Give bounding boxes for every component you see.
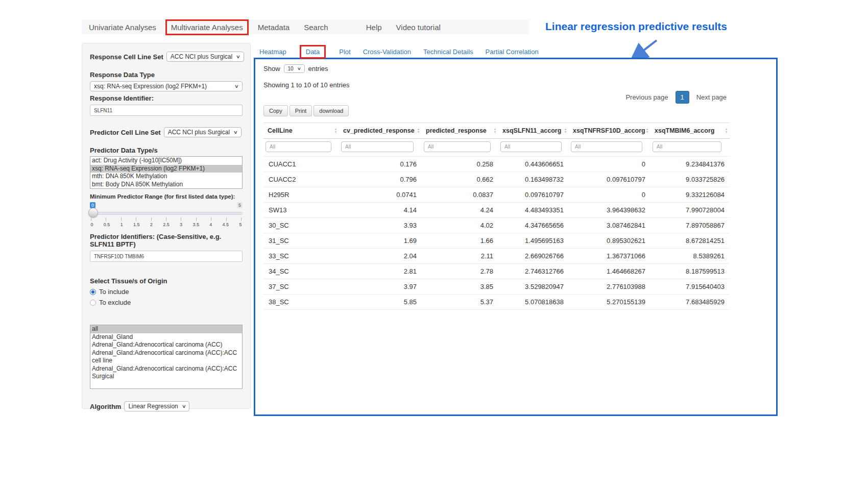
cell-cv-predicted-response: 0.0741 [339, 187, 422, 203]
chevron-down-icon: ∨ [297, 66, 301, 71]
slider-track[interactable] [90, 212, 243, 215]
page-number-button[interactable]: 1 [676, 91, 689, 104]
predictor-cell-line-set-select[interactable]: ACC NCI plus Surgical ∨ [164, 127, 242, 137]
filter-input-cv-predicted-response[interactable] [341, 141, 414, 152]
predictor-identifiers-input[interactable] [90, 251, 243, 262]
slider-grid-labels: 00.511.522.533.544.55 [86, 222, 247, 227]
table-copy-button[interactable]: Copy [263, 105, 288, 116]
nav-item-metadata[interactable]: Metadata [251, 23, 297, 32]
slider-grid-tick [211, 217, 211, 221]
sort-icon[interactable]: ▲▼ [725, 128, 728, 133]
filter-input-xsqslfn11-accorg[interactable] [500, 141, 562, 152]
filter-input-cellline[interactable] [266, 141, 331, 152]
annotation-title: Linear regression predictive results [545, 20, 775, 33]
select-value: 10 [288, 66, 294, 71]
nav-item-univariate-analyses[interactable]: Univariate Analyses [82, 23, 163, 32]
radio-button-icon [90, 289, 96, 295]
cell-xsqslfn11-accorg: 5.070818638 [498, 295, 569, 310]
column-header-label: cv_predicted_response [343, 127, 415, 134]
column-header-xsqtmbim6-accorg[interactable]: xsqTMBIM6_accorg▲▼ [650, 123, 730, 139]
slider-grid-tick [106, 217, 106, 221]
tab-heatmap[interactable]: Heatmap [259, 48, 286, 56]
predictor-datatype-option-act[interactable]: act: Drug Activity (-log10[IC50M]) [90, 157, 242, 165]
predictor-data-type-label: Predictor Data Type/s [90, 147, 243, 154]
nav-item-help[interactable]: Help [359, 23, 389, 32]
cell-predicted-response: 0.0837 [422, 187, 498, 203]
column-header-cv-predicted-response[interactable]: cv_predicted_response▲▼ [339, 123, 422, 139]
cell-xsqtnfrsf10d-accorg: 0.895302621 [569, 233, 650, 249]
tab-partial-correlation[interactable]: Partial Correlation [486, 48, 539, 56]
predictor-datatype-option-bmt[interactable]: bmt: Body DNA 850K Methylation [90, 181, 242, 189]
slider-grid-label: 2.5 [160, 222, 172, 227]
min-predictor-range-slider[interactable]: 0 5 00.511.522.533.544.55 [90, 202, 243, 229]
radio-label: To include [99, 288, 129, 296]
filter-input-predicted-response[interactable] [424, 141, 491, 152]
column-header-predicted-response[interactable]: predicted_response▲▼ [422, 123, 498, 139]
sort-desc-icon: ▼ [725, 131, 728, 134]
cell-predicted-response: 2.11 [422, 249, 498, 264]
column-header-xsqslfn11-accorg[interactable]: xsqSLFN11_accorg▲▼ [498, 123, 569, 139]
column-header-cellline[interactable]: CellLine▲▼ [263, 123, 339, 139]
column-header-label: CellLine [268, 127, 293, 134]
response-identifier-input[interactable] [90, 105, 243, 116]
next-page-button[interactable]: Next page [693, 91, 730, 103]
filter-cell-xsqslfn11-accorg [498, 139, 569, 157]
cell-xsqtnfrsf10d-accorg: 1.464668267 [569, 264, 650, 279]
table-download-button[interactable]: download [314, 105, 349, 116]
tissue-radio-group: To includeTo exclude [90, 288, 243, 306]
tab-cross-validation[interactable]: Cross-Validation [363, 48, 411, 56]
table-print-button[interactable]: Print [290, 105, 312, 116]
cell-cv-predicted-response: 3.93 [339, 218, 422, 233]
tissue-option-adrenal-gland-adrenocortical-carcinoma-acc[interactable]: Adrenal_Gland:Adrenocortical carcinoma (… [90, 349, 242, 365]
tissue-option-all[interactable]: all [90, 325, 242, 333]
cell-predicted-response: 5.37 [422, 295, 498, 310]
sort-icon[interactable]: ▲▼ [493, 128, 497, 133]
tissue-radio-to-exclude[interactable]: To exclude [90, 299, 243, 306]
previous-page-button[interactable]: Previous page [622, 91, 671, 103]
column-header-xsqtnfrsf10d-accorg[interactable]: xsqTNFRSF10D_accorg▲▼ [569, 123, 650, 139]
cell-xsqtmbim6-accorg: 7.683485929 [650, 295, 730, 310]
predictor-cell-line-set-field: Predictor Cell Line Set ACC NCI plus Sur… [90, 127, 243, 137]
showing-entries-text: Showing 1 to 10 of 10 entries [263, 81, 768, 89]
filter-cell-xsqtmbim6-accorg [650, 139, 730, 157]
cell-cellline: CUACC1 [263, 157, 339, 172]
table-row: 30_SC3.934.024.3476656563.0874628417.897… [263, 218, 730, 233]
sort-desc-icon: ▼ [645, 131, 649, 134]
cell-cellline: 37_SC [263, 279, 339, 295]
nav-item-multivariate-analyses[interactable]: Multivariate Analyses [165, 19, 249, 35]
nav-item-search[interactable]: Search [297, 23, 335, 32]
predictor-datatype-option-mth[interactable]: mth: DNA 850K Methylation [90, 173, 242, 181]
sort-icon[interactable]: ▲▼ [417, 128, 420, 133]
tissue-option-adrenal-gland-adrenocortical-carcinoma-acc[interactable]: Adrenal_Gland:Adrenocortical carcinoma (… [90, 341, 242, 349]
tissue-radio-to-include[interactable]: To include [90, 288, 243, 296]
tissue-option-adrenal-gland[interactable]: Adrenal_Gland [90, 333, 242, 341]
tab-plot[interactable]: Plot [339, 48, 350, 56]
cell-xsqtmbim6-accorg: 9.234841376 [650, 157, 730, 172]
cell-xsqslfn11-accorg: 4.483493351 [498, 203, 569, 218]
slider-grid-ticks [91, 217, 242, 221]
result-tabs: HeatmapDataPlotCross-ValidationTechnical… [259, 45, 539, 59]
page-length-select[interactable]: 10 ∨ [284, 64, 305, 73]
response-cell-line-set-label: Response Cell Line Set [90, 53, 163, 61]
response-data-type-select[interactable]: xsq: RNA-seq Expression (log2 FPKM+1) ∨ [90, 81, 243, 91]
cell-xsqslfn11-accorg: 2.669026766 [498, 249, 569, 264]
tab-data[interactable]: Data [300, 45, 326, 59]
radio-button-icon [90, 300, 96, 306]
filter-input-xsqtnfrsf10d-accorg[interactable] [571, 141, 642, 152]
sort-icon[interactable]: ▲▼ [334, 128, 337, 133]
show-entries-control: Show 10 ∨ entries [263, 64, 768, 73]
sort-icon[interactable]: ▲▼ [645, 128, 649, 133]
table-row: 33_SC2.042.112.6690267661.3673710668.538… [263, 249, 730, 264]
cell-cv-predicted-response: 5.85 [339, 295, 422, 310]
filter-input-xsqtmbim6-accorg[interactable] [653, 141, 721, 152]
sort-icon[interactable]: ▲▼ [564, 128, 567, 133]
nav-item-video-tutorial[interactable]: Video tutorial [389, 23, 448, 32]
cell-xsqtnfrsf10d-accorg: 5.270155139 [569, 295, 650, 310]
cell-xsqtmbim6-accorg: 9.033725826 [650, 172, 730, 187]
tissue-option-adrenal-gland-adrenocortical-carcinoma-acc[interactable]: Adrenal_Gland:Adrenocortical carcinoma (… [90, 365, 242, 381]
algorithm-select[interactable]: Linear Regression ∨ [124, 401, 189, 411]
tab-technical-details[interactable]: Technical Details [423, 48, 473, 56]
predictor-datatype-option-xsq[interactable]: xsq: RNA-seq Expression (log2 FPKM+1) [90, 165, 242, 173]
slider-handle[interactable] [88, 208, 98, 217]
response-cell-line-set-select[interactable]: ACC NCI plus Surgical ∨ [166, 52, 244, 62]
